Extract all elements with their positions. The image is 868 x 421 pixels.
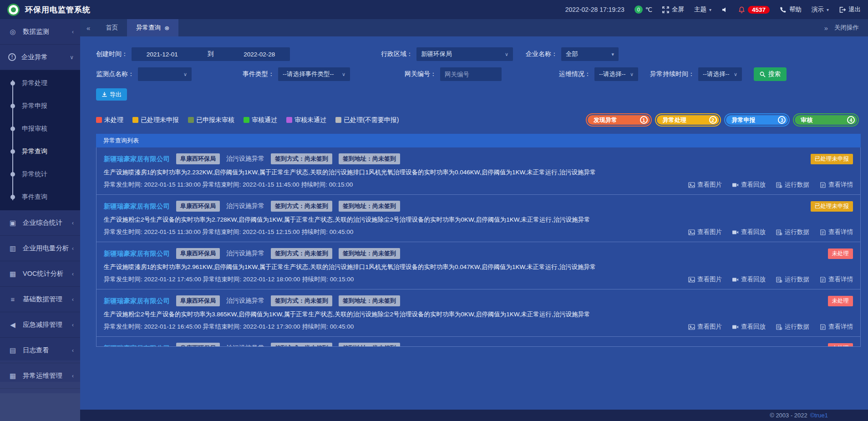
tab-home[interactable]: 首页 (96, 19, 127, 36)
bureau-badge: 阜康西环保局 (176, 295, 220, 306)
sidebar-item-power-analysis[interactable]: ▥ 企业用电量分析 ‹ (0, 236, 80, 261)
close-icon[interactable]: ⊗ (164, 25, 169, 31)
bureau-badge: 阜康西环保局 (176, 343, 220, 347)
duration-select[interactable]: --请选择-- ∨ (698, 67, 742, 81)
view-image-link[interactable]: 查看图片 (688, 323, 722, 331)
view-detail-link[interactable]: 查看详情 (819, 228, 853, 236)
sign-address-badge: 签到地址：尚未签到 (339, 248, 400, 259)
company-link[interactable]: 新疆瑞豪家居有限公司 (104, 297, 170, 305)
demo-menu[interactable]: 演示 ▾ (812, 5, 829, 14)
sidebar-item-data-monitoring[interactable]: ◎ 数据监测 ‹ (0, 19, 80, 45)
logout-button[interactable]: 退出 (839, 5, 861, 14)
legend-swatch (286, 117, 292, 123)
help-button[interactable]: 帮助 (780, 5, 802, 14)
monitor-point-select[interactable]: ∨ (138, 67, 192, 81)
sidebar-item-label: 企业异常 (21, 53, 48, 61)
sound-button[interactable] (721, 6, 728, 13)
search-icon (760, 71, 766, 77)
sidebar-item-abnormal-ops[interactable]: ▦ 异常运维管理 ‹ (0, 363, 80, 389)
sidebar-item-logs[interactable]: ▤ 日志查看 ‹ (0, 338, 80, 363)
theme-label: 主题 (694, 5, 706, 14)
fullscreen-label: 全屏 (672, 5, 684, 14)
fullscreen-button[interactable]: 全屏 (662, 5, 684, 14)
sidebar-item-base-data[interactable]: ≡ 基础数据管理 ‹ (0, 287, 80, 312)
view-detail-link[interactable]: 查看详情 (819, 275, 853, 284)
legend-swatch (132, 117, 138, 123)
sidebar-item-company-abnormal[interactable]: ! 企业异常 ∨ (0, 45, 80, 70)
view-image-link[interactable]: 查看图片 (688, 275, 722, 284)
content-area: 创建时间： 2021-12-01 到 2022-02-28 行政区域： 新疆环保… (80, 36, 868, 421)
tabs-scroll-left-icon[interactable]: « (80, 24, 96, 32)
event-type-label: 事件类型： (243, 70, 274, 78)
detail-icon (819, 277, 826, 283)
status-badge: 已处理未申报 (811, 154, 853, 164)
close-operations-menu[interactable]: 关闭操作 (834, 24, 859, 32)
sidebar-item-emergency[interactable]: ◀ 应急减排管理 ‹ (0, 312, 80, 338)
monitor-point-label: 监测点名称： (96, 70, 134, 78)
chevron-left-icon: ‹ (72, 29, 74, 35)
company-link[interactable]: 新疆瑞豪家居有限公司 (104, 249, 170, 258)
date-to-value[interactable]: 2022-02-28 (244, 51, 275, 58)
chevron-down-icon: ∨ (183, 71, 187, 77)
gateway-input[interactable] (440, 67, 502, 81)
view-detail-link[interactable]: 查看详情 (819, 323, 853, 331)
export-button[interactable]: 导出 (96, 88, 127, 101)
workflow-step-label: 异常处理 (663, 116, 686, 124)
search-button[interactable]: 搜索 (754, 67, 787, 81)
sidebar-subitem-declare-review[interactable]: 申报审核 (0, 117, 80, 140)
company-link[interactable]: 新疆瑞豪家居有限公司 (104, 344, 170, 347)
sidebar-subitem-abnormal-query[interactable]: 异常查询 (0, 140, 80, 163)
event-type-select[interactable]: --请选择事件类型-- ∨ (278, 67, 350, 81)
view-replay-link[interactable]: 查看回放 (732, 228, 766, 236)
event-type-text: 治污设施异常 (226, 155, 264, 163)
region-select[interactable]: 新疆环保局 ∨ (416, 47, 513, 61)
sidebar-subitem-abnormal-declare[interactable]: 异常申报 (0, 95, 80, 117)
legend-item: 已申报未审核 (188, 116, 234, 124)
workflow-step-declare: 异常申报3 (724, 113, 790, 127)
speaker-icon (721, 6, 728, 13)
view-replay-link[interactable]: 查看回放 (732, 181, 766, 189)
tabs-scroll-right-icon[interactable]: » (818, 24, 834, 32)
alert-circle-icon: ! (8, 53, 16, 61)
ops-status-select[interactable]: --请选择-- ∨ (594, 67, 638, 81)
run-data-link[interactable]: 运行数据 (776, 275, 809, 284)
view-replay-link[interactable]: 查看回放 (732, 323, 766, 331)
sidebar-item-company-stats[interactable]: ▣ 企业综合统计 ‹ (0, 210, 80, 236)
tab-abnormal-query[interactable]: 异常查询 ⊗ (127, 19, 178, 36)
caret-down-icon: ▾ (827, 7, 829, 12)
chevron-down-icon: ∨ (734, 71, 737, 77)
run-data-link[interactable]: 运行数据 (776, 228, 809, 236)
legend-item: 审核通过 (244, 116, 277, 124)
sign-address-badge: 签到地址：尚未签到 (339, 153, 400, 164)
brand-link[interactable]: ©true1 (810, 412, 828, 419)
company-link[interactable]: 新疆瑞豪家居有限公司 (104, 202, 170, 211)
event-type-text: 治污设施异常 (226, 202, 264, 210)
date-range-picker[interactable]: 2021-12-01 到 2022-02-28 (132, 47, 290, 61)
workflow-step-label: 发现异常 (594, 116, 617, 124)
sidebar-subitem-event-query[interactable]: 事件查询 (0, 186, 80, 208)
bureau-badge: 阜康西环保局 (176, 153, 220, 164)
sidebar-item-voc-stats[interactable]: ▦ VOC统计分析 ‹ (0, 261, 80, 287)
gateway-label: 网关编号： (405, 70, 437, 78)
abnormal-query-list: 异常查询列表 新疆瑞豪家居有限公司 阜康西环保局 治污设施异常 签到方式：尚未签… (96, 134, 861, 347)
view-detail-link[interactable]: 查看详情 (819, 181, 853, 189)
legend-label: 审核未通过 (294, 116, 326, 124)
sidebar-subitem-abnormal-handle[interactable]: 异常处理 (0, 72, 80, 95)
sidebar-item-label: 日志查看 (23, 346, 49, 355)
notifications[interactable]: 4537 (738, 6, 770, 14)
run-data-link[interactable]: 运行数据 (776, 181, 809, 189)
legend-item: 未处理 (96, 116, 123, 124)
theme-menu[interactable]: 主题 ▾ (694, 5, 711, 14)
view-image-link[interactable]: 查看图片 (688, 181, 722, 189)
image-icon (688, 229, 695, 235)
sidebar-subitem-abnormal-stats[interactable]: 异常统计 (0, 163, 80, 186)
company-select[interactable]: 全部 ▾ (561, 47, 619, 61)
legend-label: 已申报未审核 (196, 116, 234, 124)
date-from-value[interactable]: 2021-12-01 (147, 51, 178, 58)
company-link[interactable]: 新疆瑞豪家居有限公司 (104, 155, 170, 163)
company-label: 企业名称： (526, 50, 558, 58)
run-data-link[interactable]: 运行数据 (776, 323, 809, 331)
view-image-link[interactable]: 查看图片 (688, 228, 722, 236)
view-replay-link[interactable]: 查看回放 (732, 275, 766, 284)
sidebar-item-label: 企业综合统计 (23, 218, 62, 227)
